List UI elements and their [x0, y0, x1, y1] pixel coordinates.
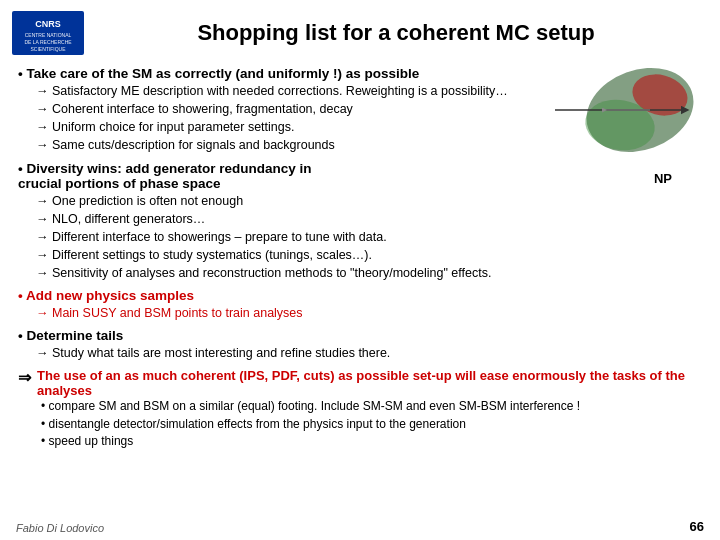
- footer-author: Fabio Di Lodovico: [16, 522, 104, 534]
- section-new-physics: • Add new physics samples → Main SUSY an…: [18, 288, 702, 322]
- list-item: → One prediction is often not enough: [36, 192, 702, 210]
- svg-text:CENTRE NATIONAL: CENTRE NATIONAL: [25, 32, 72, 38]
- implication-body: The use of an as much coherent (IPS, PDF…: [37, 368, 702, 450]
- list-item: → Sensitivity of analyses and reconstruc…: [36, 264, 702, 282]
- implication-arrow: ⇒: [18, 368, 31, 387]
- section3-items: → Main SUSY and BSM points to train anal…: [36, 304, 702, 322]
- list-item: → Uniform choice for input parameter set…: [36, 118, 702, 136]
- list-item: → NLO, different generators…: [36, 210, 702, 228]
- section2-items: → One prediction is often not enough → N…: [36, 192, 702, 283]
- list-item: → Coherent interface to showering, fragm…: [36, 100, 702, 118]
- svg-text:CNRS: CNRS: [35, 19, 61, 29]
- list-item: → Different settings to study systematic…: [36, 246, 702, 264]
- section1-header: • Take care of the SM as correctly (and …: [18, 66, 702, 81]
- svg-text:DE LA RECHERCHE: DE LA RECHERCHE: [24, 39, 72, 45]
- page-header: CNRS CENTRE NATIONAL DE LA RECHERCHE SCI…: [0, 0, 720, 62]
- list-item: • compare SM and BSM on a similar (equal…: [41, 398, 702, 415]
- page-number: 66: [690, 519, 704, 534]
- main-content: • Take care of the SM as correctly (and …: [0, 62, 720, 455]
- svg-text:SCIENTIFIQUE: SCIENTIFIQUE: [30, 46, 66, 52]
- section-diversity: • Diversity wins: add generator redundan…: [18, 161, 702, 283]
- list-item: → Study what tails are most interesting …: [36, 344, 702, 362]
- implication-bold-text: The use of an as much coherent (IPS, PDF…: [37, 368, 702, 398]
- implication-section: ⇒ The use of an as much coherent (IPS, P…: [18, 368, 702, 450]
- section-tails: • Determine tails → Study what tails are…: [18, 328, 702, 362]
- logo: CNRS CENTRE NATIONAL DE LA RECHERCHE SCI…: [8, 8, 88, 58]
- section4-header: • Determine tails: [18, 328, 702, 343]
- section4-items: → Study what tails are most interesting …: [36, 344, 702, 362]
- section2-header: • Diversity wins: add generator redundan…: [18, 161, 702, 191]
- page-title: Shopping list for a coherent MC setup: [197, 20, 594, 45]
- page-footer: Fabio Di Lodovico 66: [0, 519, 720, 534]
- list-item: → Same cuts/description for signals and …: [36, 136, 702, 154]
- list-item: → Different interface to showerings – pr…: [36, 228, 702, 246]
- implication-bullets: • compare SM and BSM on a similar (equal…: [41, 398, 702, 450]
- section1-items: → Satisfactory ME description with neede…: [36, 82, 702, 155]
- section3-header: • Add new physics samples: [18, 288, 702, 303]
- cnrs-logo-icon: CNRS CENTRE NATIONAL DE LA RECHERCHE SCI…: [12, 11, 84, 55]
- list-item: → Main SUSY and BSM points to train anal…: [36, 304, 702, 322]
- list-item: • disentangle detector/simulation effect…: [41, 416, 702, 433]
- section-sm-care: • Take care of the SM as correctly (and …: [18, 66, 702, 155]
- list-item: → Satisfactory ME description with neede…: [36, 82, 702, 100]
- list-item: • speed up things: [41, 433, 702, 450]
- page-title-area: Shopping list for a coherent MC setup: [88, 20, 704, 46]
- np-label: NP: [654, 171, 672, 186]
